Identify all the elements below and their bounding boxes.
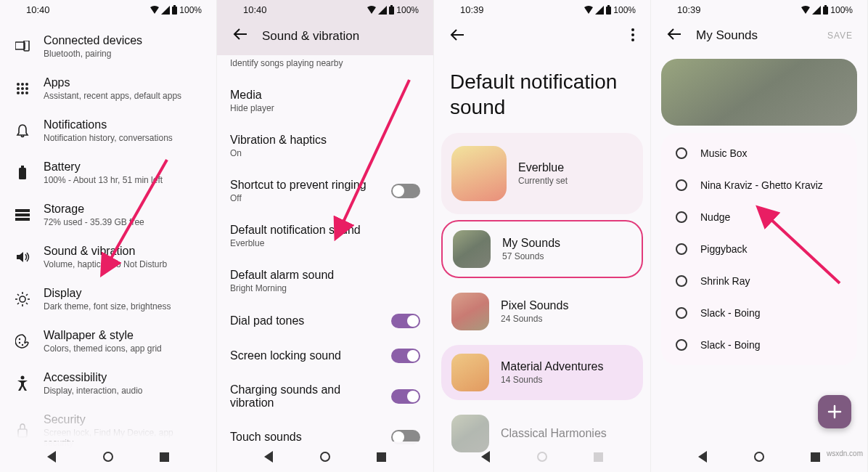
card-material-adventures[interactable]: Material Adventures14 Sounds (441, 345, 643, 400)
row-accessibility[interactable]: AccessibilityDisplay, interaction, audio (0, 362, 216, 404)
row-battery[interactable]: Battery100% - About 13 hr, 51 min left (0, 152, 216, 194)
toggle[interactable] (391, 349, 420, 363)
nav-home[interactable] (754, 452, 764, 462)
svg-rect-1 (173, 5, 176, 7)
svg-point-11 (21, 91, 24, 94)
nav-back[interactable] (481, 451, 490, 463)
radio-nina-kraviz[interactable]: Nina Kraviz - Ghetto Kraviz (663, 169, 856, 201)
row-connected-devices[interactable]: Connected devicesBluetooth, pairing (0, 25, 216, 68)
row-shortcut-prevent-ringing[interactable]: Shortcut to prevent ringingOff (230, 168, 420, 213)
svg-rect-33 (389, 7, 394, 15)
nav-recent[interactable] (594, 452, 603, 462)
devices-icon (15, 38, 30, 54)
page-title: Default notification sound (434, 52, 650, 133)
battery-icon (388, 5, 395, 15)
svg-point-39 (631, 33, 634, 36)
save-button[interactable]: SAVE (827, 30, 853, 41)
row-default-alarm-sound[interactable]: Default alarm soundBright Morning (230, 259, 420, 304)
row-title: Connected devices (44, 34, 142, 47)
svg-point-4 (17, 83, 20, 86)
svg-point-30 (21, 376, 25, 380)
storage-icon (15, 207, 30, 223)
overflow-menu[interactable] (631, 28, 634, 44)
page-title: Sound & vibration (262, 29, 359, 44)
nav-recent[interactable] (377, 452, 386, 462)
radio-shrink-ray[interactable]: Shrink Ray (663, 265, 856, 297)
row-sound-vibration[interactable]: Sound & vibrationVolume, haptics, Do Not… (0, 236, 216, 278)
svg-point-8 (21, 87, 24, 90)
row-dial-pad-tones[interactable]: Dial pad tones (230, 304, 420, 338)
radio-slack-boing-1[interactable]: Slack - Boing (663, 297, 856, 329)
radio-music-box[interactable]: Music Box (663, 137, 856, 169)
status-bar: 10:39 100% (434, 0, 650, 18)
svg-rect-16 (15, 213, 30, 216)
row-charging-sounds-vibration[interactable]: Charging sounds and vibration (230, 373, 420, 420)
row-display[interactable]: DisplayDark theme, font size, brightness (0, 278, 216, 320)
nav-home[interactable] (320, 452, 330, 462)
card-thumbnail (451, 146, 507, 201)
nav-bar (434, 442, 650, 472)
svg-rect-17 (15, 218, 30, 221)
svg-rect-42 (824, 5, 827, 7)
svg-point-29 (22, 344, 23, 346)
row-default-notification-sound[interactable]: Default notification soundEverblue (230, 213, 420, 259)
toggle[interactable] (391, 389, 420, 404)
nav-back[interactable] (47, 451, 56, 463)
nav-recent[interactable] (811, 452, 820, 462)
svg-point-40 (631, 38, 634, 41)
app-bar: My Sounds SAVE (651, 18, 867, 50)
nav-home[interactable] (103, 452, 113, 462)
battery-icon (171, 5, 178, 15)
radio-nudge[interactable]: Nudge (663, 201, 856, 233)
card-everblue[interactable]: EverblueCurrently set (441, 133, 643, 214)
row-media[interactable]: MediaHide player (230, 78, 420, 123)
palette-icon (15, 333, 30, 349)
row-storage[interactable]: Storage72% used - 35.39 GB free (0, 194, 216, 236)
row-wallpaper-style[interactable]: Wallpaper & styleColors, themed icons, a… (0, 320, 216, 362)
app-bar: Sound & vibration (217, 18, 433, 55)
nav-recent[interactable] (160, 452, 169, 462)
battery-icon (15, 165, 30, 181)
battery-icon (605, 5, 612, 15)
row-screen-locking-sound[interactable]: Screen locking sound (230, 338, 420, 373)
svg-rect-14 (21, 166, 24, 168)
card-thumbnail (453, 230, 491, 268)
card-my-sounds[interactable]: My Sounds57 Sounds (441, 220, 643, 278)
plus-icon (827, 404, 842, 419)
status-time: 10:40 (26, 4, 50, 15)
svg-point-18 (20, 296, 25, 302)
row-notifications[interactable]: NotificationsNotification history, conve… (0, 110, 216, 152)
apps-icon (15, 81, 30, 97)
watermark: wsxdn.com (827, 449, 863, 457)
row-now-playing[interactable]: Identify songs playing nearby (230, 55, 420, 78)
status-bar: 10:39 100% (651, 0, 867, 18)
radio-icon (676, 147, 687, 159)
card-pixel-sounds[interactable]: Pixel Sounds24 Sounds (441, 284, 643, 339)
page-title: My Sounds (696, 28, 758, 43)
radio-icon (676, 211, 687, 223)
row-sub: Bluetooth, pairing (44, 49, 142, 59)
radio-slack-boing-2[interactable]: Slack - Boing (663, 329, 856, 361)
svg-rect-31 (18, 429, 27, 437)
back-button[interactable] (233, 28, 247, 44)
toggle[interactable] (391, 184, 420, 198)
status-bar: 10:40 100% (0, 0, 216, 18)
row-vibration-haptics[interactable]: Vibration & hapticsOn (230, 123, 420, 168)
svg-point-5 (21, 83, 24, 86)
back-button[interactable] (450, 29, 464, 44)
radio-piggyback[interactable]: Piggyback (663, 233, 856, 265)
toggle[interactable] (391, 314, 420, 328)
radio-icon (676, 243, 687, 255)
nav-home[interactable] (537, 452, 547, 462)
svg-rect-2 (15, 42, 25, 49)
nav-back[interactable] (698, 451, 707, 463)
battery-icon (822, 5, 829, 15)
hero-thumbnail (661, 59, 857, 126)
panel-sound-vibration: 10:40 100% Sound & vibration Identify so… (217, 0, 434, 472)
back-button[interactable] (667, 28, 681, 43)
panel-settings: 10:40 100% Connected devicesBluetooth, p… (0, 0, 217, 472)
add-sound-fab[interactable] (818, 395, 851, 428)
nav-back[interactable] (264, 451, 273, 463)
row-apps[interactable]: AppsAssistant, recent apps, default apps (0, 68, 216, 110)
wifi-icon (584, 6, 594, 15)
